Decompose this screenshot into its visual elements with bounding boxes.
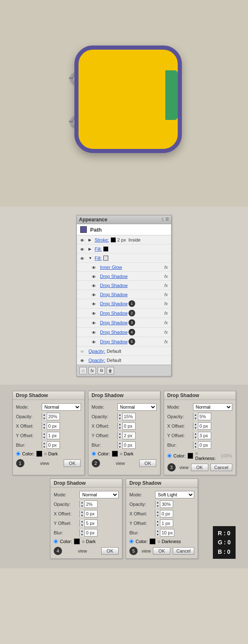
opacity-down-1[interactable]: ▼ — [42, 417, 47, 420]
xoffset-up-4[interactable]: ▲ — [80, 510, 84, 514]
xoffset-up-5[interactable]: ▲ — [155, 510, 160, 514]
opacity-input-2[interactable]: ▲ ▼ 15% — [117, 413, 136, 420]
eye-icon-fill1[interactable]: 👁 — [80, 247, 87, 251]
color-swatch-4[interactable] — [74, 539, 80, 544]
blur-up-2[interactable]: ▲ — [118, 441, 122, 445]
preview-btn-4[interactable]: view — [78, 548, 87, 553]
color-radio-3[interactable] — [167, 454, 172, 458]
color-radio-5[interactable] — [129, 539, 134, 543]
opacity-down-3[interactable]: ▼ — [193, 417, 198, 420]
eye-icon-ds-b[interactable]: 👁 — [92, 283, 98, 288]
xoffset-input-2[interactable]: ▲ ▼ 0 px — [117, 422, 136, 430]
color-radio-1[interactable] — [16, 452, 20, 456]
blur-up-1[interactable]: ▲ — [42, 441, 47, 445]
drop-shadow-label-1[interactable]: Drop Shadow — [100, 301, 128, 306]
blur-down-5[interactable]: ▼ — [155, 533, 160, 536]
opacity-input-1[interactable]: ▲ ▼ 20% — [42, 413, 60, 420]
eye-icon-ds-1[interactable]: 👁 — [92, 301, 98, 306]
fx-btn[interactable]: fx — [88, 367, 96, 374]
blur-input-5[interactable]: ▲ ▼ 10 px — [155, 529, 174, 536]
drop-shadow-label-a[interactable]: Drop Shadow — [100, 274, 128, 279]
opacity2-label[interactable]: Opacity: — [88, 358, 105, 363]
fill2-swatch[interactable] — [103, 256, 108, 261]
yoffset-up-2[interactable]: ▲ — [118, 432, 122, 436]
blur-input-4[interactable]: ▲ ▼ 0 px — [79, 529, 98, 536]
drop-shadow-label-c[interactable]: Drop Shadow — [100, 292, 128, 297]
blur-input-1[interactable]: ▲ ▼ 0 px — [42, 441, 60, 449]
blur-input-2[interactable]: ▲ ▼ 0 px — [117, 441, 136, 449]
ok-btn-5[interactable]: OK — [153, 547, 170, 555]
blur-down-1[interactable]: ▼ — [42, 445, 47, 449]
drop-shadow-label-3[interactable]: Drop Shadow — [100, 320, 128, 325]
opacity-down-2[interactable]: ▼ — [118, 417, 122, 420]
eye-icon-ds-4[interactable]: 👁 — [92, 330, 98, 335]
preview-btn-5[interactable]: view — [142, 548, 151, 553]
opacity-up-4[interactable]: ▲ — [80, 500, 84, 504]
color-radio-2[interactable] — [92, 452, 96, 456]
eye-icon-ds-2[interactable]: 👁 — [92, 311, 98, 316]
new-layer-btn[interactable]: □ — [79, 367, 87, 374]
opacity-input-4[interactable]: ▲ ▼ 2% — [79, 500, 98, 508]
yoffset-down-3[interactable]: ▼ — [193, 436, 198, 439]
color-swatch-5[interactable] — [150, 539, 155, 544]
blur-down-2[interactable]: ▼ — [118, 445, 122, 449]
xoffset-down-3[interactable]: ▼ — [193, 426, 198, 430]
yoffset-input-2[interactable]: ▲ ▼ 2 px — [117, 432, 136, 439]
opacity-input-5[interactable]: ▲ ▼ 30% — [155, 500, 173, 508]
ok-btn-3[interactable]: OK — [191, 464, 208, 471]
stroke-swatch[interactable] — [111, 237, 116, 242]
xoffset-down-2[interactable]: ▼ — [118, 426, 122, 430]
opacity1-label[interactable]: Opacity: — [88, 349, 105, 354]
xoffset-up-3[interactable]: ▲ — [193, 422, 198, 426]
eye-icon-opacity1[interactable]: 👁 — [80, 349, 87, 354]
yoffset-up-1[interactable]: ▲ — [42, 432, 47, 436]
opacity-input-3[interactable]: ▲ ▼ 5% — [193, 413, 211, 420]
yoffset-input-4[interactable]: ▲ ▼ 5 px — [79, 520, 98, 527]
mode-select-3[interactable]: Normal — [193, 403, 232, 411]
color-radio-4[interactable] — [54, 539, 58, 543]
eye-icon-ds-3[interactable]: 👁 — [92, 320, 98, 325]
opacity-down-5[interactable]: ▼ — [155, 504, 160, 508]
xoffset-down-5[interactable]: ▼ — [155, 514, 160, 517]
xoffset-down-1[interactable]: ▼ — [42, 426, 47, 430]
mode-select-5[interactable]: Soft Light — [155, 491, 194, 498]
yoffset-input-1[interactable]: ▲ ▼ 1 px — [42, 432, 60, 439]
xoffset-input-4[interactable]: ▲ ▼ 0 px — [79, 510, 98, 517]
drop-shadow-label-4[interactable]: Drop Shadow — [100, 330, 128, 335]
blur-input-3[interactable]: ▲ ▼ 0 px — [193, 441, 211, 449]
opacity-down-4[interactable]: ▼ — [80, 504, 84, 508]
eye-icon-ds-a[interactable]: 👁 — [92, 274, 98, 279]
yoffset-down-1[interactable]: ▼ — [42, 436, 47, 439]
color-swatch-2[interactable] — [112, 451, 118, 457]
yoffset-input-5[interactable]: ▲ ▼ 1 px — [155, 520, 173, 527]
drop-shadow-label-5[interactable]: Drop Shadow — [100, 339, 128, 344]
delete-btn[interactable]: 🗑 — [107, 367, 114, 374]
blur-up-3[interactable]: ▲ — [193, 441, 198, 445]
xoffset-input-1[interactable]: ▲ ▼ 0 px — [42, 422, 60, 430]
eye-icon-inner-glow[interactable]: 👁 — [92, 265, 98, 270]
preview-btn-2[interactable]: view — [116, 461, 125, 466]
blur-down-4[interactable]: ▼ — [80, 533, 84, 536]
xoffset-up-2[interactable]: ▲ — [118, 422, 122, 426]
xoffset-input-3[interactable]: ▲ ▼ 0 px — [193, 422, 211, 430]
yoffset-up-5[interactable]: ▲ — [155, 520, 160, 523]
yoffset-input-3[interactable]: ▲ ▼ 3 px — [193, 432, 211, 439]
yoffset-down-5[interactable]: ▼ — [155, 523, 160, 527]
eye-icon-fill2[interactable]: 👁 — [80, 256, 87, 261]
ok-btn-1[interactable]: OK — [64, 460, 81, 467]
yoffset-up-3[interactable]: ▲ — [193, 432, 198, 436]
eye-icon-ds-5[interactable]: 👁 — [92, 339, 98, 344]
color-swatch-3[interactable] — [188, 453, 193, 459]
preview-btn-1[interactable]: view — [40, 461, 49, 466]
fill1-label[interactable]: Fill: — [95, 247, 102, 251]
color-swatch-1[interactable] — [36, 451, 42, 457]
preview-btn-3[interactable]: view — [179, 465, 188, 470]
eye-icon-opacity2[interactable]: 👁 — [80, 358, 87, 363]
drop-shadow-label-2[interactable]: Drop Shadow — [100, 311, 128, 316]
opacity-up-2[interactable]: ▲ — [118, 413, 122, 417]
yoffset-down-2[interactable]: ▼ — [118, 436, 122, 439]
xoffset-input-5[interactable]: ▲ ▼ 0 px — [155, 510, 173, 517]
yoffset-up-4[interactable]: ▲ — [80, 520, 84, 523]
fill2-label[interactable]: Fill: — [95, 256, 102, 261]
opacity-up-5[interactable]: ▲ — [155, 500, 160, 504]
